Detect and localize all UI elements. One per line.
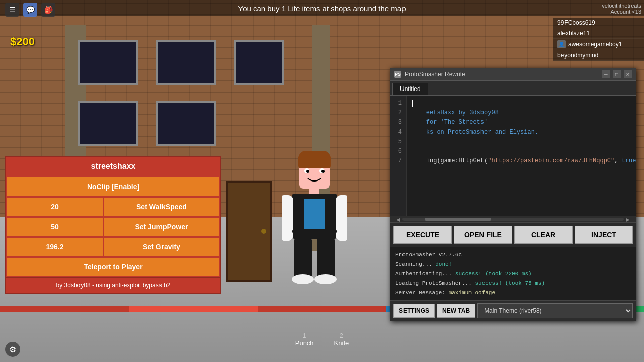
player-name: 99FCboss619 (557, 19, 595, 26)
avatar-icon: 👤 (557, 40, 566, 48)
code-line-4: ks on ProtoSmasher and Elysian. (412, 129, 538, 136)
weapon-slot-num: 1 (303, 332, 306, 339)
player-entry: 👤 awesomegameboy1 (553, 39, 644, 50)
console-line-2: Scanning... done! (395, 260, 631, 269)
console-output: ProtoSmasher v2.7.6c Scanning... done! A… (390, 247, 636, 300)
open-file-button[interactable]: OPEN FILE (454, 226, 512, 244)
set-walkspeed-button[interactable]: Set WalkSpeed (104, 198, 219, 216)
weapon-name: Knife (334, 339, 349, 347)
inject-button[interactable]: INJECT (575, 226, 633, 244)
walkspeed-value[interactable]: 20 (7, 198, 103, 216)
cursor-icon (412, 100, 413, 107)
theme-select[interactable]: Main Theme (river58) (477, 303, 633, 318)
account-sub: Account <13 (602, 9, 641, 15)
money-display: $200 (10, 35, 35, 48)
window-3 (234, 40, 284, 85)
horizontal-scrollbar[interactable]: ◀ ▶ (390, 216, 636, 222)
svg-rect-14 (294, 238, 312, 278)
menu-icon[interactable]: ☰ (5, 3, 19, 17)
window-4 (78, 101, 138, 146)
proto-bottom-bar: SETTINGS NEW TAB Main Theme (river58) (390, 300, 636, 321)
gravity-value[interactable]: 196.2 (7, 238, 103, 256)
console-line-1: ProtoSmasher v2.7.6c (395, 250, 631, 260)
tab-untitled[interactable]: Untitled (392, 83, 428, 95)
console-line-3: Authenticating... success! (took 2200 ms… (395, 269, 631, 279)
settings-gear-icon[interactable]: ⚙ (5, 342, 20, 357)
account-info: velocitiithetreats Account <13 (602, 3, 641, 15)
svg-point-6 (321, 170, 325, 173)
svg-rect-15 (317, 238, 335, 278)
code-line-3: for 'The Streets' (412, 119, 488, 126)
code-content[interactable]: eetsHaxx by 3dsboy08 for 'The Streets' k… (407, 96, 636, 216)
clear-button[interactable]: CLEAR (514, 226, 573, 244)
new-tab-button[interactable]: NEW TAB (437, 304, 475, 318)
bag-icon[interactable]: 🎒 (41, 3, 55, 17)
walkspeed-row: 20 Set WalkSpeed (6, 197, 220, 217)
proto-titlebar: PS ProtoSmasher Rewrite ─ □ ✕ (390, 68, 636, 81)
player-character (282, 151, 347, 292)
noclip-row: NoClip [Enable] (6, 176, 220, 197)
action-buttons: EXECUTE OPEN FILE CLEAR INJECT (390, 222, 636, 247)
bar-red (0, 306, 129, 312)
proto-window-title: ProtoSmasher Rewrite (405, 71, 599, 78)
player-name: alexblaze11 (557, 30, 590, 37)
svg-point-5 (306, 170, 309, 173)
jumppower-value[interactable]: 50 (7, 218, 103, 236)
weapon-name: Punch (295, 339, 314, 347)
tab-bar: Untitled (390, 81, 636, 96)
minimize-button[interactable]: ─ (602, 70, 610, 78)
svg-rect-11 (336, 195, 347, 233)
weapon-slots: 1 Punch 2 Knife (295, 332, 349, 347)
noclip-button[interactable]: NoClip [Enable] (7, 177, 219, 196)
scroll-right-arrow[interactable]: ▶ (626, 217, 630, 222)
bar-red2 (129, 306, 258, 312)
code-line-7: ing(game:HttpGet("https://pastebin.com/r… (412, 157, 636, 164)
window-1 (78, 40, 138, 85)
player-name: beyondmymind (557, 52, 598, 59)
weapon-slot-num: 2 (340, 332, 343, 339)
line-numbers: 1234567 (390, 96, 407, 216)
set-jumppower-button[interactable]: Set JumpPower (104, 218, 219, 236)
player-entry: alexblaze11 (553, 28, 644, 39)
code-line-2: eetsHaxx by 3dsboy08 (412, 109, 499, 116)
weapon-slot-2: 2 Knife (334, 332, 349, 347)
execute-button[interactable]: EXECUTE (393, 226, 452, 244)
player-entry: 99FCboss619 (553, 18, 644, 28)
bar-red3 (258, 306, 386, 312)
console-line-5: Server Message: maximum oofage (395, 288, 631, 298)
teleport-row: Teleport to Player (6, 257, 220, 277)
account-name: velocitiithetreats (602, 3, 641, 9)
scroll-track[interactable] (403, 218, 624, 221)
svg-rect-9 (304, 199, 325, 229)
jumppower-row: 50 Set JumpPower (6, 217, 220, 237)
panel-footer: by 3dsboy08 - using anti-exploit bypass … (6, 277, 220, 293)
svg-point-16 (292, 274, 314, 284)
settings-button[interactable]: SETTINGS (393, 304, 435, 318)
player-name: awesomegameboy1 (568, 41, 622, 48)
proto-window: PS ProtoSmasher Rewrite ─ □ ✕ Untitled 1… (390, 68, 636, 321)
notification-text: You can buy 1 Life items at shops around… (238, 4, 406, 13)
close-button[interactable]: ✕ (624, 70, 632, 78)
scroll-left-arrow[interactable]: ◀ (396, 217, 400, 222)
svg-point-17 (314, 274, 337, 284)
player-list: 99FCboss619 alexblaze11 👤 awesomegameboy… (553, 18, 644, 61)
scroll-thumb[interactable] (425, 218, 491, 221)
set-gravity-button[interactable]: Set Gravity (104, 238, 219, 256)
svg-rect-10 (282, 195, 293, 233)
console-line-4: Loading ProtoSmasher... success! (took 7… (395, 279, 631, 288)
weapon-slot-1: 1 Punch (295, 332, 314, 347)
top-notification-bar: You can buy 1 Life items at shops around… (0, 0, 644, 16)
top-left-icons: ☰ 💬 🎒 (5, 3, 55, 17)
code-editor[interactable]: 1234567 eetsHaxx by 3dsboy08 for 'The St… (390, 96, 636, 216)
gravity-row: 196.2 Set Gravity (6, 237, 220, 257)
panel-title: streetshaxx (6, 157, 220, 176)
maximize-button[interactable]: □ (613, 70, 621, 78)
window-2 (156, 40, 216, 85)
proto-logo-icon: PS (394, 71, 401, 78)
chat-icon[interactable]: 💬 (23, 3, 37, 17)
door (226, 181, 272, 282)
window-5 (156, 101, 216, 146)
teleport-button[interactable]: Teleport to Player (7, 258, 219, 276)
player-entry: beyondmymind (553, 50, 644, 61)
streetshaxx-panel: streetshaxx NoClip [Enable] 20 Set WalkS… (5, 156, 221, 294)
